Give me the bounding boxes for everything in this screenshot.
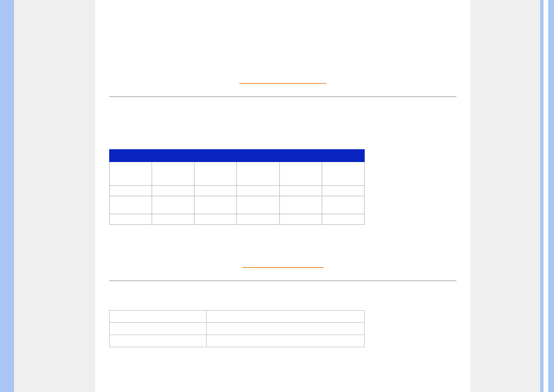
table-cell (322, 196, 364, 214)
table-row (110, 196, 365, 214)
table-cell (195, 186, 237, 196)
table-row (110, 214, 365, 225)
table-cell (237, 196, 279, 214)
table-cell (110, 323, 207, 335)
section-1-table (109, 149, 365, 225)
table-cell (279, 186, 322, 196)
section-2-table (109, 310, 365, 347)
section-1-heading-link-wrap (109, 75, 456, 86)
table-cell (110, 196, 152, 214)
table-cell (152, 162, 195, 186)
table-header-row (110, 150, 365, 162)
section-1-heading-link[interactable] (239, 77, 326, 84)
table-cell (279, 214, 322, 225)
table-row (110, 335, 365, 347)
table-cell (279, 162, 322, 186)
table-row (110, 186, 365, 196)
table-cell (322, 162, 364, 186)
section-2-divider (109, 280, 456, 281)
table-row (110, 162, 365, 186)
table-row (110, 323, 365, 335)
section-1-divider (109, 96, 456, 97)
table-cell (110, 311, 207, 323)
table-cell (279, 196, 322, 214)
table-cell (110, 162, 152, 186)
scrollbar-track[interactable] (544, 0, 548, 392)
table-cell (237, 214, 279, 225)
table-cell (195, 162, 237, 186)
table-cell (195, 214, 237, 225)
table-cell (110, 335, 207, 347)
table-cell (110, 186, 152, 196)
table-header-cell (110, 150, 365, 162)
table-cell (152, 196, 195, 214)
table-cell (206, 323, 364, 335)
section-2-heading-link-wrap (109, 260, 456, 270)
table-cell (152, 186, 195, 196)
section-2-heading-link[interactable] (242, 261, 323, 268)
main-column (95, 0, 470, 392)
table-cell (237, 162, 279, 186)
table-row (110, 311, 365, 323)
page-content (14, 0, 540, 392)
table-cell (237, 186, 279, 196)
right-sidebar-bg (470, 0, 540, 392)
table-cell (195, 196, 237, 214)
spacer (109, 120, 456, 138)
table-cell (322, 186, 364, 196)
table-cell (206, 335, 364, 347)
left-sidebar-bg (14, 0, 95, 392)
table-cell (152, 214, 195, 225)
table-cell (206, 311, 364, 323)
table-cell (322, 214, 364, 225)
table-cell (110, 214, 152, 225)
